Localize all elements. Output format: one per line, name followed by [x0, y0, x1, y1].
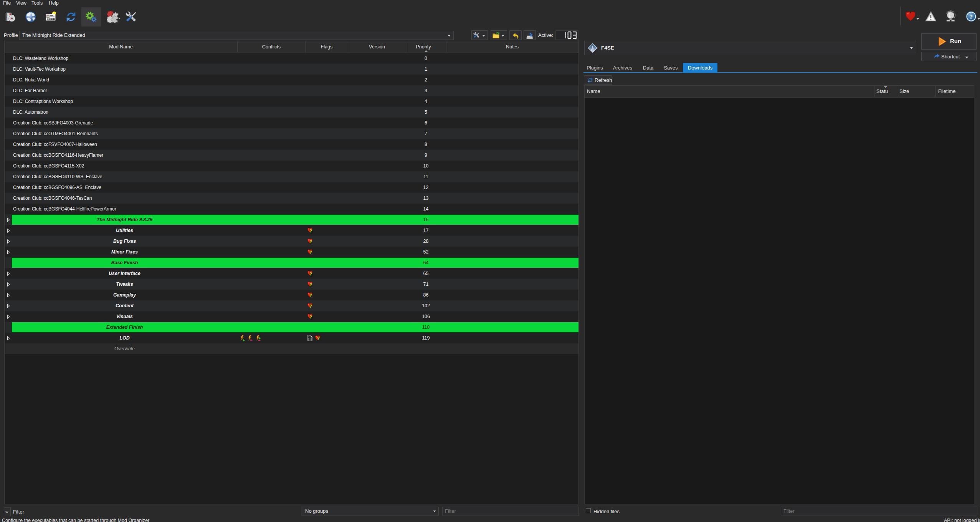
svg-text:?: ?	[309, 293, 312, 298]
svg-text:?: ?	[970, 13, 973, 21]
svg-text:?: ?	[309, 229, 312, 233]
svg-text:?: ?	[309, 315, 312, 319]
svg-text:?: ?	[317, 336, 320, 341]
svg-text:?: ?	[309, 304, 312, 308]
svg-text:?: ?	[309, 239, 312, 244]
svg-text:?: ?	[309, 272, 312, 276]
svg-text:?: ?	[309, 282, 312, 287]
svg-text:?: ?	[309, 250, 312, 255]
